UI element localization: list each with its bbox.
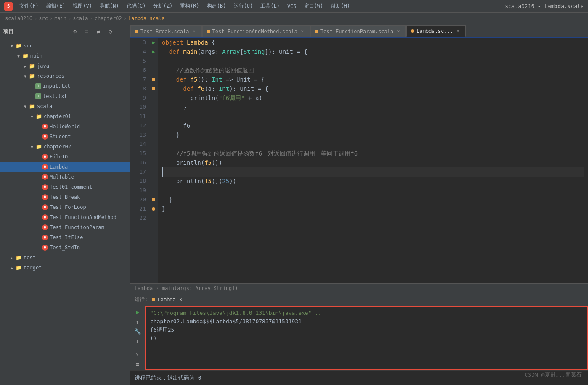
console-down-btn[interactable]: ↓ xyxy=(133,338,142,345)
menu-refactor[interactable]: 重构(R) xyxy=(177,1,203,11)
menu-view[interactable]: 视图(V) xyxy=(69,1,95,11)
tab-test-functionparam[interactable]: Test_FunctionParam.scala × xyxy=(310,25,406,37)
sidebar-title: 项目 xyxy=(3,28,68,35)
tree-item-test-forloop[interactable]: ▶ O Test_ForLoop xyxy=(0,202,130,212)
menu-vcs[interactable]: VCS xyxy=(284,2,300,11)
sidebar-collapse-btn[interactable]: ≡ xyxy=(82,27,91,36)
tab-close-0[interactable]: × xyxy=(191,29,197,34)
console-line-3: () xyxy=(150,334,583,343)
tab-close-3[interactable]: × xyxy=(455,28,461,34)
scala-icon-lambda: O xyxy=(42,164,48,170)
sidebar-settings-btn[interactable]: ⚙ xyxy=(106,27,115,36)
sidebar-locate-btn[interactable]: ⊕ xyxy=(70,27,79,36)
tree-item-lambda[interactable]: ▶ O Lambda xyxy=(0,162,130,172)
tree-label-test-functionparam: Test_FunctionParam xyxy=(50,224,104,230)
console-tab-close[interactable]: × xyxy=(178,297,184,303)
console-output[interactable]: "C:\Program Files\Java\jdk1.8.0_131\bin\… xyxy=(145,306,588,370)
tree-item-test-stdin[interactable]: ▶ O Test_StdIn xyxy=(0,243,130,253)
tree-item-chapter02[interactable]: ▼ 📁 chapter02 xyxy=(0,142,130,152)
gutter-dot-8[interactable] xyxy=(149,84,158,93)
tab-dot-1 xyxy=(207,30,210,33)
tree-item-scala[interactable]: ▼ 📁 scala xyxy=(0,101,130,111)
tree-item-helloworld[interactable]: ▶ O HelloWorld xyxy=(0,121,130,132)
tree-item-target[interactable]: ▶ 📁 target xyxy=(0,263,130,273)
menu-analyze[interactable]: 分析(Z) xyxy=(150,1,176,11)
tree-item-test-txt[interactable]: ▶ T test.txt xyxy=(0,91,130,101)
gutter-arrow-4[interactable]: ▶ xyxy=(149,47,158,56)
console-active-tab[interactable]: Lambda × xyxy=(152,294,183,306)
menu-help[interactable]: 帮助(H) xyxy=(327,1,353,11)
tree-label-test-break: Test_Break xyxy=(50,194,80,200)
tab-close-1[interactable]: × xyxy=(299,29,305,34)
console-area: 运行: Lambda × ▶ ↑ 🔧 ↓ ⇲ ≡ "C:\Program xyxy=(130,293,588,385)
console-wrench-btn[interactable]: 🔧 xyxy=(133,328,142,335)
console-wrap-btn[interactable]: ⇲ xyxy=(133,351,142,358)
code-line-9: println("f6调用" + a) xyxy=(162,93,584,103)
breadcrumb-part-4[interactable]: chapter02 xyxy=(95,16,122,21)
code-line-18: println(f5()(25)) xyxy=(162,177,584,186)
breadcrumb-part-3[interactable]: scala xyxy=(73,16,88,21)
tree-label-test-folder: test xyxy=(24,255,36,261)
tab-test-functionandmethod[interactable]: Test_FunctionAndMethod.scala × xyxy=(202,25,310,37)
tree-item-fileio[interactable]: ▶ O FileIO xyxy=(0,152,130,162)
menu-build[interactable]: 构建(B) xyxy=(204,1,230,11)
menu-run[interactable]: 运行(U) xyxy=(230,1,257,11)
tree-label-test-stdin: Test_StdIn xyxy=(50,245,80,251)
gutter-dot-21[interactable] xyxy=(149,204,158,214)
code-line-12: f6 xyxy=(162,121,584,130)
tab-dot-0 xyxy=(135,30,138,33)
gutter-arrow-3[interactable]: ▶ xyxy=(149,38,158,47)
tree-label-java: java xyxy=(37,63,49,69)
menu-window[interactable]: 窗口(W) xyxy=(301,1,327,11)
folder-icon-test: 📁 xyxy=(15,254,22,261)
tree-item-java[interactable]: ▶ 📁 java xyxy=(0,61,130,71)
tree-item-input-txt[interactable]: ▶ T input.txt xyxy=(0,81,130,91)
sidebar-toolbar: 项目 ⊕ ≡ ⇄ ⚙ — xyxy=(0,24,130,39)
tree-item-multable[interactable]: ▶ O MulTable xyxy=(0,172,130,182)
tree-item-test-functionandmethod[interactable]: ▶ O Test_FunctionAndMethod xyxy=(0,212,130,222)
breadcrumb-part-1[interactable]: src xyxy=(39,16,48,21)
console-up-btn[interactable]: ↑ xyxy=(133,318,142,325)
tree-label-src: src xyxy=(24,43,33,49)
tab-lambda[interactable]: Lambda.sc... × xyxy=(406,25,466,37)
menu-edit[interactable]: 编辑(E) xyxy=(43,1,69,11)
tree-label-helloworld: HelloWorld xyxy=(50,124,80,129)
tab-close-2[interactable]: × xyxy=(395,29,401,34)
tree-item-chapter01[interactable]: ▼ 📁 chapter01 xyxy=(0,111,130,121)
breadcrumb-part-0[interactable]: scala0216 xyxy=(5,16,32,21)
tree-item-main[interactable]: ▼ 📁 main xyxy=(0,51,130,61)
tree-item-resources[interactable]: ▼ 📁 resources xyxy=(0,71,130,81)
txt-icon-test: T xyxy=(35,93,41,99)
gutter-dot-7[interactable] xyxy=(149,75,158,84)
folder-icon-chapter02: 📁 xyxy=(35,143,42,150)
menu-tools[interactable]: 工具(L) xyxy=(257,1,283,11)
tree-item-test-break[interactable]: ▶ O Test_Break xyxy=(0,192,130,202)
console-play-btn[interactable]: ▶ xyxy=(133,308,142,316)
gutter-dot-20[interactable] xyxy=(149,195,158,204)
code-lines[interactable]: object Lambda { def main(args: Array[Str… xyxy=(158,38,588,283)
breadcrumb-part-5[interactable]: Lambda.scala xyxy=(128,16,165,21)
tree-item-test01-comment[interactable]: ▶ O Test01_comment xyxy=(0,182,130,192)
folder-icon-resources: 📁 xyxy=(29,73,35,79)
menu-code[interactable]: 代码(C) xyxy=(123,1,149,11)
tree-label-lambda: Lambda xyxy=(50,164,68,170)
menu-file[interactable]: 文件(F) xyxy=(16,1,42,11)
code-editor[interactable]: 3 4 5 6 7 8 9 10 11 12 13 14 15 16 17 18 xyxy=(130,38,588,283)
tab-label-2: Test_FunctionParam.scala xyxy=(320,29,393,34)
sidebar: 项目 ⊕ ≡ ⇄ ⚙ — ▼ 📁 src ▼ 📁 main xyxy=(0,24,130,385)
code-line-14 xyxy=(162,140,584,149)
tree-arrow-main: ▼ xyxy=(15,53,22,59)
sidebar-expand-btn[interactable]: ⇄ xyxy=(94,27,103,36)
tree-item-src[interactable]: ▼ 📁 src xyxy=(0,41,130,51)
tab-test-break[interactable]: Test_Break.scala × xyxy=(130,25,202,37)
tree-item-test-folder[interactable]: ▶ 📁 test xyxy=(0,253,130,263)
tree-item-test-ifelse[interactable]: ▶ O Test_IfElse xyxy=(0,232,130,243)
tree-item-student[interactable]: ▶ O Student xyxy=(0,132,130,142)
folder-icon-java: 📁 xyxy=(29,63,35,69)
sidebar-minimize-btn[interactable]: — xyxy=(117,27,127,36)
scala-icon-student: O xyxy=(42,134,48,140)
breadcrumb-part-2[interactable]: main xyxy=(54,16,66,21)
tree-item-test-functionparam[interactable]: ▶ O Test_FunctionParam xyxy=(0,222,130,232)
console-pin-btn[interactable]: ≡ xyxy=(133,361,142,368)
menu-nav[interactable]: 导航(N) xyxy=(96,1,122,11)
